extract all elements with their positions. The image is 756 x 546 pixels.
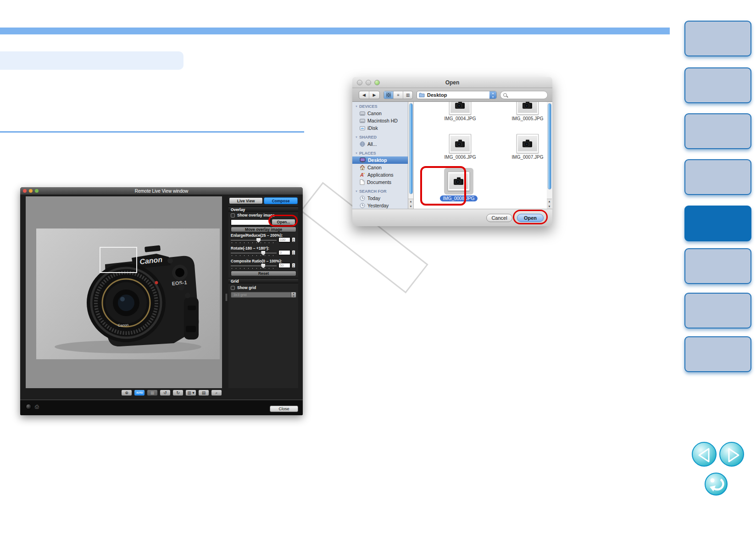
page-back-button[interactable]: [692, 442, 717, 467]
column-view-icon[interactable]: ▥: [403, 91, 412, 99]
sidebar-scrollbar[interactable]: ▲▼: [408, 102, 414, 209]
cancel-button[interactable]: Cancel: [486, 214, 512, 222]
chapter-tab-3[interactable]: [684, 113, 751, 149]
files-scrollbar[interactable]: ▲▼: [547, 102, 552, 209]
zoom-dialog-icon[interactable]: [374, 80, 380, 85]
chapter-tab-4[interactable]: [684, 159, 751, 195]
show-overlay-checkbox[interactable]: [231, 213, 235, 217]
disclosure-triangle-icon[interactable]: ▼: [355, 136, 358, 139]
sidebar-item-today[interactable]: Today: [352, 195, 408, 202]
file-name: IMG_0005.JPG: [498, 116, 547, 121]
sidebar-scroll-thumb[interactable]: [409, 103, 413, 194]
location-popup[interactable]: Desktop ▲▼: [417, 91, 497, 99]
zoom-button[interactable]: ⌕: [211, 390, 222, 396]
open-dialog-titlebar[interactable]: Open: [352, 77, 552, 88]
disclosure-triangle-icon[interactable]: ▼: [355, 190, 358, 193]
camera-link-icon: ⎙: [35, 404, 39, 410]
sidebar-section-places: ▼PLACESDesktopCanonAApplicationsDocument…: [352, 150, 408, 186]
sidebar-item-documents[interactable]: Documents: [352, 178, 408, 186]
slider-value-field[interactable]: 100: [278, 237, 290, 242]
file-item-img-0004-jpg[interactable]: IMG_0004.JPG: [430, 102, 490, 121]
file-item-img-0007-jpg[interactable]: IMG_0007.JPG: [498, 134, 547, 160]
rlv-window-title: Remote Live View window: [135, 189, 189, 194]
slider-stepper[interactable]: ▲▼: [292, 263, 295, 268]
split-view-button[interactable]: ▥ ▾: [185, 390, 196, 396]
show-grid-checkbox[interactable]: [231, 286, 235, 290]
focus-frame[interactable]: [100, 247, 137, 273]
file-item-img-0006-jpg[interactable]: IMG_0006.JPG: [430, 134, 490, 160]
sidebar-item-macintoshhd[interactable]: Macintosh HD: [352, 117, 408, 124]
sidebar-item-desktop[interactable]: Desktop: [352, 156, 408, 164]
icon-view-icon[interactable]: [384, 91, 394, 99]
sidebar-item-applications[interactable]: AApplications: [352, 171, 408, 178]
slider-value-field[interactable]: 50: [278, 263, 290, 268]
chapter-tab-6[interactable]: [684, 248, 751, 284]
return-button[interactable]: [705, 473, 728, 496]
tab-compose[interactable]: Compose: [264, 197, 298, 204]
dialog-toolbar: ◀ ▶ ≡ ▥ Desktop ▲▼: [352, 88, 552, 102]
chapter-tab-8[interactable]: [684, 336, 751, 372]
overlay-view-button[interactable]: ▤: [198, 390, 209, 396]
close-window-icon[interactable]: [23, 189, 27, 193]
reset-button[interactable]: Reset: [231, 271, 296, 276]
chapter-tab-5[interactable]: [684, 206, 751, 241]
sidebar-section-devices: ▼DEVICESCanonMacintosh HDiDisk: [352, 104, 408, 132]
sidebar-item-canon[interactable]: Canon: [352, 164, 408, 171]
file-name: IMG_0006.JPG: [430, 155, 490, 160]
minimize-window-icon[interactable]: [29, 189, 33, 193]
sidebar-section-search-for: ▼SEARCH FORTodayYesterday: [352, 189, 408, 209]
tab-live-view[interactable]: Live View: [229, 197, 263, 204]
grid-type-select[interactable]: 3x3 grid ▲▼: [231, 292, 296, 298]
disclosure-triangle-icon[interactable]: ▼: [355, 105, 358, 108]
sidebar-scroll-arrows[interactable]: ▲▼: [408, 199, 413, 209]
file-thumbnail[interactable]: [449, 102, 471, 115]
applications-icon: A: [360, 172, 365, 178]
slider-stepper[interactable]: ▲▼: [292, 237, 295, 242]
chapter-tab-2[interactable]: [684, 67, 751, 103]
files-scroll-arrows[interactable]: ▲▼: [547, 199, 552, 209]
zoom-window-icon[interactable]: [35, 189, 39, 193]
slider-track[interactable]: [231, 266, 277, 266]
slider-stepper[interactable]: ▲▼: [292, 250, 295, 255]
file-thumbnail[interactable]: [517, 102, 539, 115]
file-item-img-0005-jpg[interactable]: IMG_0005.JPG: [498, 102, 547, 121]
rlv-toolbar: ⊕AUTO▦↺↻▥ ▾▤⌕: [26, 390, 222, 397]
list-view-icon[interactable]: ≡: [394, 91, 403, 99]
chapter-tab-7[interactable]: [684, 293, 751, 329]
move-overlay-button[interactable]: Move overlay image: [231, 227, 296, 232]
rotate-left-button[interactable]: ↺: [160, 390, 171, 396]
sidebar-item-canon[interactable]: Canon: [352, 110, 408, 117]
slider-track[interactable]: [231, 253, 277, 253]
slider-track[interactable]: [231, 240, 277, 240]
slider-group-2: Composite Ratio(0 – 100%): 50 ▲▼: [231, 259, 298, 271]
files-scroll-thumb[interactable]: [548, 103, 551, 189]
globe-icon: [360, 141, 365, 147]
close-dialog-icon[interactable]: [357, 80, 362, 85]
slider-value-field[interactable]: 0: [278, 250, 290, 255]
search-input[interactable]: [500, 91, 548, 99]
forward-icon[interactable]: ▶: [369, 91, 379, 99]
back-icon[interactable]: ◀: [359, 91, 369, 99]
auto-button[interactable]: AUTO: [134, 390, 145, 396]
live-view-area: Canon EOS-1 Canon: [26, 196, 222, 388]
disclosure-triangle-icon[interactable]: ▼: [355, 152, 358, 155]
focus-point-button[interactable]: ⊕: [121, 390, 132, 396]
rotate-right-button[interactable]: ↻: [172, 390, 183, 396]
annotation-circle-open-button: [513, 210, 548, 224]
sidebar-item-idisk[interactable]: iDisk: [352, 124, 408, 132]
minimize-dialog-icon[interactable]: [366, 80, 371, 85]
file-thumbnail[interactable]: [449, 134, 471, 153]
page-forward-button[interactable]: [719, 442, 744, 467]
panel-splitter-grip[interactable]: [226, 294, 228, 301]
rlv-close-button[interactable]: Close: [270, 406, 298, 412]
rotate-right-icon: ↻: [176, 390, 180, 395]
overlay-path-field[interactable]: [231, 219, 270, 225]
sidebar-item-yesterday[interactable]: Yesterday: [352, 202, 408, 209]
sidebar-item-all[interactable]: All...: [352, 140, 408, 148]
folder-icon: [419, 93, 425, 98]
rlv-titlebar[interactable]: Remote Live View window: [20, 187, 303, 195]
sidebar-item-label: Documents: [367, 179, 391, 185]
chapter-tab-1[interactable]: [684, 21, 751, 56]
auto-icon: AUTO: [136, 391, 143, 394]
file-thumbnail[interactable]: [517, 134, 539, 153]
